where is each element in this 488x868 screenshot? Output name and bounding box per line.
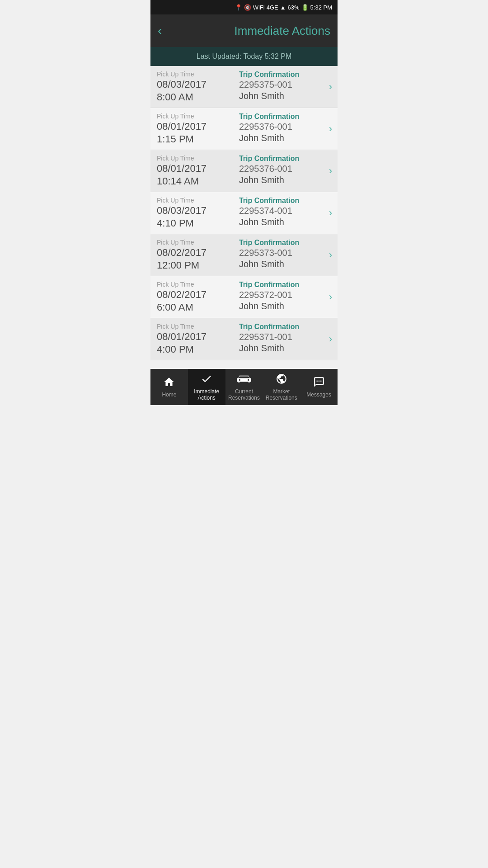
trip-date: 08/01/2017 xyxy=(157,331,226,343)
trip-item[interactable]: Pick Up Time 08/03/2017 4:10 PM Trip Con… xyxy=(150,192,338,234)
nav-item-immediate[interactable]: ImmediateActions xyxy=(188,369,225,405)
trip-right-6: Trip Confirmation 2295371-001 John Smith xyxy=(233,318,329,360)
header: ‹ Immediate Actions xyxy=(150,14,338,47)
trip-pickup-label: Pick Up Time xyxy=(157,281,226,288)
trip-right-3: Trip Confirmation 2295374-001 John Smith xyxy=(233,192,329,234)
messages-nav-label: Messages xyxy=(306,392,331,398)
trip-date: 08/01/2017 xyxy=(157,163,226,175)
trip-item[interactable]: Pick Up Time 08/02/2017 12:00 PM Trip Co… xyxy=(150,234,338,276)
trip-id: 2295375-001 xyxy=(239,80,323,90)
home-nav-label: Home xyxy=(162,392,176,398)
messages-icon xyxy=(313,376,325,388)
globe-icon xyxy=(276,373,287,385)
trip-date: 08/02/2017 xyxy=(157,289,226,301)
chevron-right-icon: › xyxy=(329,108,338,150)
trip-date: 08/03/2017 xyxy=(157,205,226,217)
trip-right-5: Trip Confirmation 2295372-001 John Smith xyxy=(233,276,329,318)
trip-time: 10:14 AM xyxy=(157,175,226,187)
trip-time: 8:00 AM xyxy=(157,91,226,103)
trip-left-1: Pick Up Time 08/01/2017 1:15 PM xyxy=(150,108,233,150)
trip-name: John Smith xyxy=(239,175,323,185)
trip-pickup-label: Pick Up Time xyxy=(157,239,226,246)
trip-type: Trip Confirmation xyxy=(239,113,323,121)
trip-time: 4:10 PM xyxy=(157,217,226,229)
trip-name: John Smith xyxy=(239,259,323,269)
nav-item-market[interactable]: MarketReservations xyxy=(263,369,300,405)
trip-pickup-label: Pick Up Time xyxy=(157,71,226,78)
trip-id: 2295376-001 xyxy=(239,164,323,174)
trip-item[interactable]: Pick Up Time 08/01/2017 1:15 PM Trip Con… xyxy=(150,108,338,150)
bottom-nav: Home ImmediateActions CurrentReservation… xyxy=(150,369,338,405)
immediate-nav-label: ImmediateActions xyxy=(194,388,219,401)
current-nav-icon xyxy=(237,373,251,387)
chevron-right-icon: › xyxy=(329,150,338,192)
trip-id: 2295374-001 xyxy=(239,206,323,216)
trip-id: 2295371-001 xyxy=(239,332,323,342)
status-icons: 📍 🔇 WiFi 4GE ▲ 63% 🔋 5:32 PM xyxy=(235,4,332,11)
page-title: Immediate Actions xyxy=(167,24,330,38)
wifi-icon: WiFi xyxy=(253,4,265,11)
location-icon: 📍 xyxy=(235,4,242,11)
trip-date: 08/01/2017 xyxy=(157,121,226,132)
signal-icon: ▲ xyxy=(280,4,286,11)
trip-type: Trip Confirmation xyxy=(239,323,323,331)
trip-item[interactable]: Pick Up Time 08/02/2017 6:00 AM Trip Con… xyxy=(150,276,338,318)
back-button[interactable]: ‹ xyxy=(158,24,162,37)
trip-left-5: Pick Up Time 08/02/2017 6:00 AM xyxy=(150,276,233,318)
nav-item-messages[interactable]: Messages xyxy=(300,369,338,405)
messages-nav-icon xyxy=(313,376,325,390)
trip-left-0: Pick Up Time 08/03/2017 8:00 AM xyxy=(150,66,233,108)
trip-left-6: Pick Up Time 08/01/2017 4:00 PM xyxy=(150,318,233,360)
nav-item-home[interactable]: Home xyxy=(150,369,188,405)
trip-id: 2295372-001 xyxy=(239,290,323,300)
trip-pickup-label: Pick Up Time xyxy=(157,113,226,120)
trip-item[interactable]: Pick Up Time 08/01/2017 4:00 PM Trip Con… xyxy=(150,318,338,360)
trip-date: 08/02/2017 xyxy=(157,247,226,259)
trip-date: 08/03/2017 xyxy=(157,79,226,90)
trip-right-2: Trip Confirmation 2295376-001 John Smith xyxy=(233,150,329,192)
trip-name: John Smith xyxy=(239,133,323,143)
time-display: 5:32 PM xyxy=(310,4,332,11)
trip-id: 2295376-001 xyxy=(239,122,323,132)
last-updated-text: Last Updated: Today 5:32 PM xyxy=(197,52,292,60)
trip-right-4: Trip Confirmation 2295373-001 John Smith xyxy=(233,234,329,276)
car-icon xyxy=(237,373,251,385)
chevron-right-icon: › xyxy=(329,192,338,234)
last-updated-bar: Last Updated: Today 5:32 PM xyxy=(150,47,338,66)
chevron-right-icon: › xyxy=(329,66,338,108)
trip-time: 12:00 PM xyxy=(157,259,226,271)
trip-type: Trip Confirmation xyxy=(239,239,323,247)
trip-right-1: Trip Confirmation 2295376-001 John Smith xyxy=(233,108,329,150)
battery-icon: 🔋 xyxy=(301,4,309,11)
immediate-nav-icon xyxy=(201,373,212,387)
trip-type: Trip Confirmation xyxy=(239,197,323,205)
market-nav-icon xyxy=(276,373,287,387)
chevron-right-icon: › xyxy=(329,276,338,318)
trip-type: Trip Confirmation xyxy=(239,71,323,79)
trip-name: John Smith xyxy=(239,343,323,354)
battery-level: 63% xyxy=(288,4,300,11)
trip-time: 1:15 PM xyxy=(157,133,226,145)
trip-left-3: Pick Up Time 08/03/2017 4:10 PM xyxy=(150,192,233,234)
market-nav-label: MarketReservations xyxy=(266,388,297,401)
trip-type: Trip Confirmation xyxy=(239,155,323,163)
mute-icon: 🔇 xyxy=(244,4,251,11)
trip-time: 6:00 AM xyxy=(157,302,226,313)
trip-item[interactable]: Pick Up Time 08/03/2017 8:00 AM Trip Con… xyxy=(150,66,338,108)
home-icon xyxy=(163,376,175,388)
trip-name: John Smith xyxy=(239,217,323,227)
trip-name: John Smith xyxy=(239,91,323,101)
home-nav-icon xyxy=(163,376,175,390)
nav-item-current[interactable]: CurrentReservations xyxy=(225,369,263,405)
trip-type: Trip Confirmation xyxy=(239,281,323,289)
trip-pickup-label: Pick Up Time xyxy=(157,197,226,204)
trip-right-0: Trip Confirmation 2295375-001 John Smith xyxy=(233,66,329,108)
trip-list: Pick Up Time 08/03/2017 8:00 AM Trip Con… xyxy=(150,66,338,369)
4g-icon: 4GE xyxy=(267,4,278,11)
trip-time: 4:00 PM xyxy=(157,344,226,355)
trip-name: John Smith xyxy=(239,301,323,311)
checkmark-icon xyxy=(201,373,212,385)
trip-pickup-label: Pick Up Time xyxy=(157,155,226,162)
trip-item[interactable]: Pick Up Time 08/01/2017 10:14 AM Trip Co… xyxy=(150,150,338,192)
chevron-right-icon: › xyxy=(329,234,338,276)
